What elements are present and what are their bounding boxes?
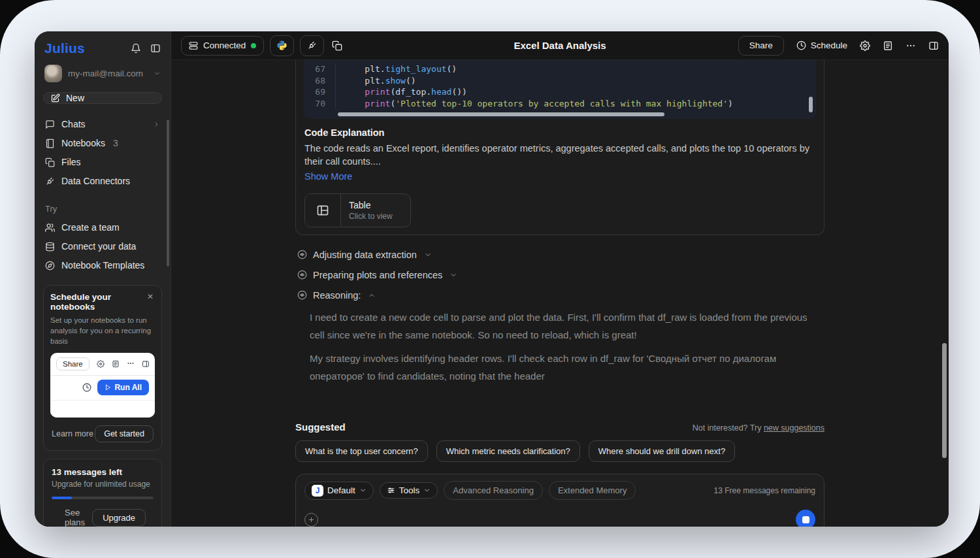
attach-plus-button[interactable] [304, 513, 318, 527]
main-area: Connected Excel Data Analysis Share Sche… [171, 31, 949, 527]
panel-toggle-icon[interactable] [928, 41, 939, 51]
model-selector[interactable]: J Default [304, 482, 374, 500]
sidebar-item-label: Notebooks [61, 138, 105, 148]
python-icon [276, 40, 287, 51]
not-interested-text: Not interested? Try new suggestions [693, 423, 825, 433]
copy-notebook-icon[interactable] [332, 41, 342, 51]
sidebar-item-create-team[interactable]: Create a team [43, 218, 162, 237]
code-line: 70 print('Plotted top-10 operators by ac… [304, 98, 816, 110]
clock-icon [82, 383, 91, 392]
stop-generation-button[interactable] [796, 510, 815, 527]
settings-gear-icon[interactable] [860, 41, 870, 51]
connectors-button[interactable] [300, 35, 324, 56]
sidebar-item-label: Notebook Templates [61, 260, 144, 271]
tools-selector[interactable]: Tools [380, 482, 438, 499]
sidebar-nav: Chats Notebooks 3 Files Data Connectors [43, 115, 162, 190]
eye-icon [297, 270, 307, 280]
new-suggestions-link[interactable]: new suggestions [764, 423, 825, 433]
plus-icon [308, 516, 315, 523]
usage-progress-bar [52, 497, 154, 499]
editor-vertical-scrollbar[interactable] [809, 97, 813, 112]
schedule-button[interactable]: Schedule [796, 41, 847, 50]
new-button-label: New [66, 93, 84, 103]
table-artifact-card[interactable]: Table Click to view [304, 193, 411, 227]
app-window: Julius my-mail@mail.com New Chats [35, 31, 949, 527]
code-editor[interactable]: 67 plt.tight_layout()68 plt.show()69 pri… [304, 60, 816, 119]
see-plans-link[interactable]: See plans [65, 508, 92, 527]
learn-more-link[interactable]: Learn more [52, 429, 93, 438]
code-line: 68 plt.show() [304, 75, 816, 87]
notebook-content: 67 plt.tight_layout()68 plt.show()69 pri… [171, 60, 949, 527]
suggestion-chip[interactable]: Where should we drill down next? [589, 440, 735, 462]
new-button[interactable]: New [43, 92, 162, 104]
chat-icon [45, 120, 55, 129]
free-messages-remaining: 13 Free messages remaining [714, 486, 815, 495]
server-icon [189, 41, 198, 50]
account-email: my-mail@mail.com [68, 69, 148, 78]
usage-card: 13 messages left Upgrade for unlimited u… [43, 459, 162, 527]
close-icon[interactable]: ✕ [146, 292, 155, 301]
sliders-icon [387, 486, 395, 495]
sidebar-item-data-connectors[interactable]: Data Connectors [43, 172, 162, 190]
stop-icon [802, 516, 809, 523]
sidebar-item-notebooks[interactable]: Notebooks 3 [43, 134, 162, 152]
sidebar-item-files[interactable]: Files [43, 153, 162, 171]
files-icon [45, 157, 55, 167]
connected-button[interactable]: Connected [181, 36, 264, 56]
reasoning-paragraph: I need to create a new code cell to pars… [310, 308, 825, 344]
message-composer[interactable]: J Default Tools Advanced Reasoning Exten… [295, 474, 825, 527]
compass-icon [45, 261, 55, 271]
advanced-reasoning-pill[interactable]: Advanced Reasoning [444, 481, 543, 500]
try-section-label: Try [43, 204, 162, 214]
suggestion-chip[interactable]: Which metric needs clarification? [436, 440, 580, 462]
account-switcher[interactable]: my-mail@mail.com [43, 65, 162, 82]
editor-horizontal-scrollbar[interactable] [338, 112, 664, 116]
extended-memory-pill[interactable]: Extended Memory [549, 481, 636, 500]
notebook-icon [45, 139, 55, 148]
suggestion-chip[interactable]: What is the top user concern? [295, 440, 428, 462]
database-icon [45, 242, 55, 252]
ellipsis-icon [127, 358, 135, 370]
chevron-up-icon [368, 291, 376, 299]
schedule-promo-card: Schedule your notebooks ✕ Set up your no… [43, 285, 162, 451]
status-dot [251, 43, 256, 48]
promo-title: Schedule your notebooks [50, 292, 146, 312]
show-more-link[interactable]: Show More [304, 171, 352, 182]
chevron-down-icon [449, 271, 457, 279]
journal-icon [112, 360, 120, 368]
table-icon [305, 194, 341, 227]
more-options-icon[interactable] [906, 41, 916, 51]
suggested-header: Suggested Not interested? Try new sugges… [295, 421, 825, 433]
users-icon [45, 223, 55, 233]
compose-icon [50, 93, 60, 103]
avatar [44, 65, 62, 82]
sidebar-item-chats[interactable]: Chats [43, 115, 162, 133]
toggle-preparing-plots[interactable]: Preparing plots and references [297, 265, 825, 285]
code-lines: 67 plt.tight_layout()68 plt.show()69 pri… [304, 63, 816, 109]
share-button[interactable]: Share [738, 36, 784, 56]
upgrade-button[interactable]: Upgrade [92, 509, 146, 527]
suggested-chips: What is the top user concern? Which metr… [295, 440, 825, 462]
content-scrollbar[interactable] [942, 343, 947, 458]
artifact-title: Table [349, 200, 393, 210]
sidebar-collapse-icon[interactable] [150, 43, 161, 54]
notifications-bell-icon[interactable] [131, 43, 141, 54]
journal-icon[interactable] [883, 41, 893, 51]
code-cell-card: 67 plt.tight_layout()68 plt.show()69 pri… [295, 60, 825, 235]
sidebar-item-label: Connect your data [61, 241, 136, 252]
reasoning-paragraph: My strategy involves identifying header … [310, 350, 825, 385]
page-title: Excel Data Analysis [514, 40, 606, 51]
sidebar-item-label: Create a team [61, 222, 120, 233]
toggle-reasoning[interactable]: Reasoning: [297, 285, 825, 305]
python-kernel-button[interactable] [270, 35, 294, 56]
gear-icon [97, 360, 105, 368]
toggle-adjusting-data-extraction[interactable]: Adjusting data extraction [297, 244, 825, 265]
clock-icon [796, 41, 806, 50]
sidebar-scrollbar[interactable] [167, 120, 169, 267]
usage-progress-fill [52, 497, 72, 499]
sidebar-item-label: Data Connectors [61, 176, 130, 186]
eye-icon [297, 290, 307, 300]
sidebar-item-connect-data[interactable]: Connect your data [43, 237, 162, 255]
sidebar-item-notebook-templates[interactable]: Notebook Templates [43, 256, 162, 274]
get-started-button[interactable]: Get started [95, 425, 154, 442]
